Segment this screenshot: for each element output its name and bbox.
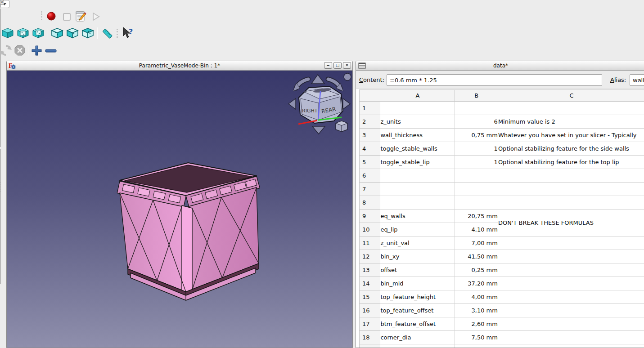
view-axonometric-button[interactable] <box>2 27 14 39</box>
collapsed-panel[interactable] <box>0 149 1 284</box>
viewport-titlebar[interactable]: F Parametric_VaseMode-Bin : 1* − □ ✕ <box>7 61 352 71</box>
cell-a2[interactable]: z_units <box>380 115 455 129</box>
edit-macro-icon <box>75 11 86 22</box>
cell-c1[interactable] <box>498 102 644 115</box>
toolbar-drag-handle[interactable] <box>117 29 118 38</box>
cell-b4[interactable]: 1 <box>455 142 498 156</box>
content-input[interactable] <box>387 74 602 86</box>
table-row: 14bin_mid37,20 mm <box>359 277 644 290</box>
cell-c12[interactable] <box>498 250 644 263</box>
cell-a3[interactable]: wall_thickness <box>380 129 455 142</box>
measure-button[interactable] <box>101 27 113 39</box>
cell-a18[interactable]: corner_dia <box>380 331 455 344</box>
cell-c16[interactable] <box>498 304 644 317</box>
cell-b5[interactable]: 1 <box>455 156 498 169</box>
view-right-button[interactable] <box>51 27 63 39</box>
cell-a13[interactable]: offset <box>380 263 455 277</box>
cell-b7[interactable] <box>455 183 498 196</box>
view-rear-button[interactable] <box>67 27 79 39</box>
col-header-b[interactable]: B <box>455 89 498 102</box>
cell-a5[interactable]: toggle_stable_lip <box>380 156 455 169</box>
cell-b17[interactable]: 2,60 mm <box>455 317 498 331</box>
sheet-titlebar[interactable]: data* <box>356 61 644 71</box>
view-bottom-button[interactable] <box>82 27 94 39</box>
dock-drag-handle[interactable] <box>0 182 1 192</box>
cell-a16[interactable]: top_feature_offset <box>380 304 455 317</box>
cell-c13[interactable] <box>498 263 644 277</box>
toolbar-drag-handle[interactable] <box>41 11 43 20</box>
cell-c9-merged[interactable]: DON'T BREAK THESE FORMULAS <box>498 210 644 236</box>
maximize-button[interactable]: □ <box>333 62 342 69</box>
cell-b15[interactable]: 4,00 mm <box>455 290 498 304</box>
cell-a9[interactable]: eq_walls <box>380 210 455 223</box>
cell-c15[interactable] <box>498 290 644 304</box>
cell-c4[interactable]: Optional stabilizing feature for the sid… <box>498 142 644 156</box>
view-axonometric-icon <box>2 27 14 39</box>
cell-a6[interactable] <box>380 169 455 183</box>
cell-c8[interactable] <box>498 196 644 210</box>
minimize-button[interactable]: − <box>324 62 332 69</box>
cell-c7[interactable] <box>498 183 644 196</box>
cell-b19[interactable] <box>455 344 498 348</box>
cell-b11[interactable]: 7,00 mm <box>455 236 498 250</box>
cell-b8[interactable] <box>455 196 498 210</box>
cell-b6[interactable] <box>455 169 498 183</box>
execute-macro-button[interactable] <box>91 12 101 22</box>
cell-b1[interactable] <box>455 102 498 115</box>
col-header-c[interactable]: C <box>498 89 644 102</box>
cell-a14[interactable]: bin_mid <box>380 277 455 290</box>
stop-macro-button[interactable] <box>63 13 71 21</box>
cell-c18[interactable] <box>498 331 644 344</box>
collapsed-panel[interactable] <box>0 9 1 147</box>
cell-c11[interactable] <box>498 236 644 250</box>
cell-a10[interactable]: eq_lip <box>380 223 455 236</box>
cell-b14[interactable]: 37,20 mm <box>455 277 498 290</box>
cell-c14[interactable] <box>498 277 644 290</box>
refresh-button[interactable] <box>0 45 12 56</box>
cell-b13[interactable]: 0,25 mm <box>455 263 498 277</box>
record-macro-button[interactable] <box>46 11 56 21</box>
alias-input[interactable] <box>630 74 644 86</box>
cell-b12[interactable]: 41,50 mm <box>455 250 498 263</box>
corner-header[interactable] <box>359 89 380 102</box>
cell-c6[interactable] <box>498 169 644 183</box>
cell-b16[interactable]: 3,10 mm <box>455 304 498 317</box>
cell-c19[interactable] <box>498 344 644 348</box>
close-icon[interactable]: ✕ <box>0 0 4 5</box>
cell-b18[interactable]: 7,50 mm <box>455 331 498 344</box>
cell-a15[interactable]: top_feature_height <box>380 290 455 304</box>
record-macro-icon <box>47 12 56 21</box>
remove-button[interactable] <box>45 45 57 56</box>
cell-b9[interactable]: 20,75 mm <box>455 210 498 223</box>
view-front-icon <box>17 27 29 39</box>
col-header-a[interactable]: A <box>380 89 455 102</box>
cell-c2[interactable]: Minimum value is 2 <box>498 115 644 129</box>
whats-this-icon: ? <box>122 27 134 39</box>
cell-c3[interactable]: Whatever you have set in your slicer - T… <box>498 129 644 142</box>
view-front-button[interactable] <box>17 27 29 39</box>
toolbar-separator <box>97 27 98 39</box>
cell-a12[interactable]: bin_xy <box>380 250 455 263</box>
whats-this-button[interactable]: ? <box>122 27 134 39</box>
cell-b10[interactable]: 4,10 mm <box>455 223 498 236</box>
cell-a4[interactable]: toggle_stable_walls <box>380 142 455 156</box>
abort-button[interactable] <box>14 45 25 56</box>
add-button[interactable] <box>31 45 42 56</box>
cell-b2[interactable]: 6 <box>455 115 498 129</box>
close-button[interactable]: ✕ <box>343 62 351 69</box>
edit-macro-button[interactable] <box>75 10 86 22</box>
cell-a11[interactable]: z_unit_val <box>380 236 455 250</box>
3d-viewport[interactable]: RIGHT REAR <box>7 71 352 348</box>
cell-a8[interactable] <box>380 196 455 210</box>
cell-a7[interactable] <box>380 183 455 196</box>
table-row: 15top_feature_height4,00 mm <box>359 290 644 304</box>
view-top-button[interactable] <box>32 27 45 39</box>
cell-a17[interactable]: btm_feature_offset <box>380 317 455 331</box>
cell-c5[interactable]: Optional stabilizing feature for the top… <box>498 156 644 169</box>
cell-a1[interactable] <box>380 102 455 115</box>
cell-b3-selected[interactable]: 0,75 mm <box>455 129 498 142</box>
table-row: 17btm_feature_offset2,60 mm <box>359 317 644 331</box>
cell-a19[interactable] <box>380 344 455 348</box>
cell-c17[interactable] <box>498 317 644 331</box>
remove-icon <box>45 45 57 56</box>
